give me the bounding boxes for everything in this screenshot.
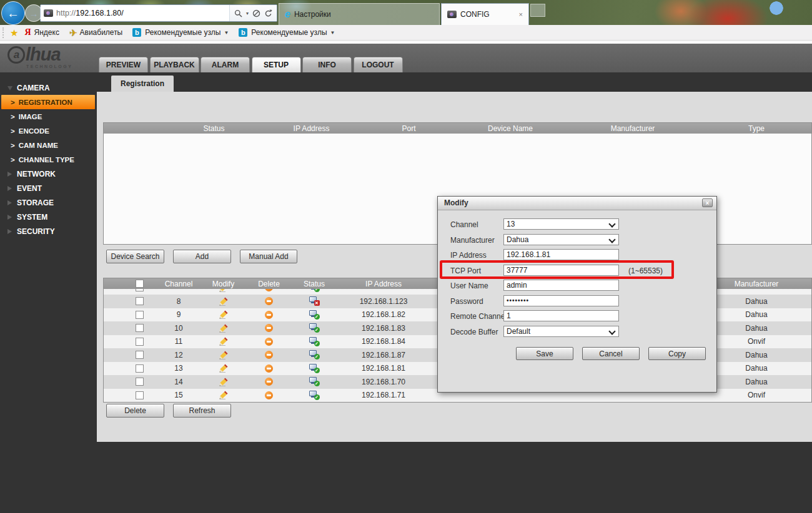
favorite-label: Авиабилеты xyxy=(80,28,123,37)
select-all-checkbox[interactable] xyxy=(136,280,144,288)
manufacturer-select[interactable]: Dahua xyxy=(503,234,619,245)
device-search-button[interactable]: Device Search xyxy=(106,250,164,263)
pencil-icon[interactable] xyxy=(219,324,228,333)
nav-tab-logout[interactable]: LOGOUT xyxy=(354,57,403,72)
pencil-icon[interactable] xyxy=(219,364,228,373)
sidebar-item-image[interactable]: >IMAGE xyxy=(1,109,95,124)
minus-circle-icon[interactable] xyxy=(265,324,273,332)
user-name-field[interactable]: admin xyxy=(503,280,619,291)
add-button[interactable]: Add xyxy=(173,250,231,263)
sidebar-item-channel-type[interactable]: >CHANNEL TYPE xyxy=(1,152,95,167)
minus-circle-icon[interactable] xyxy=(265,297,273,305)
favorite-авиабилеты[interactable]: ✈Авиабилеты xyxy=(69,28,122,37)
status-cell: ✓ xyxy=(292,391,337,400)
chevron-right-icon: > xyxy=(11,127,15,135)
copy-button[interactable]: Copy xyxy=(648,347,706,360)
sidebar-section-label: CAMERA xyxy=(17,84,50,92)
favorite-рекомендуемые-узлы[interactable]: bРекомендуемые узлы▼ xyxy=(132,28,229,37)
pencil-icon[interactable] xyxy=(219,378,228,386)
favorite-label: Рекомендуемые узлы xyxy=(145,28,220,37)
nav-tab-preview[interactable]: PREVIEW xyxy=(99,57,148,72)
browser-tab-label: Настройки xyxy=(294,10,331,19)
pencil-icon[interactable] xyxy=(219,351,228,359)
delete-button[interactable]: Delete xyxy=(106,404,164,418)
modify-cell xyxy=(201,351,246,359)
row-checkbox[interactable] xyxy=(136,338,144,346)
check-badge: ✓ xyxy=(314,327,320,333)
new-tab-button[interactable] xyxy=(530,4,545,17)
back-button[interactable]: ← xyxy=(1,1,25,25)
row-checkbox[interactable] xyxy=(136,297,144,305)
chevron-down-icon[interactable]: ▼ xyxy=(330,30,335,36)
minus-circle-icon[interactable] xyxy=(265,311,273,319)
pencil-icon[interactable] xyxy=(219,289,228,292)
minus-circle-icon[interactable] xyxy=(265,391,273,399)
triangle-right-icon xyxy=(7,200,12,205)
nav-tab-info[interactable]: INFO xyxy=(302,57,352,72)
row-checkbox[interactable] xyxy=(136,351,144,359)
minus-circle-icon[interactable] xyxy=(265,364,273,373)
row-checkbox[interactable] xyxy=(136,289,144,291)
check-badge: ✓ xyxy=(314,289,320,292)
search-icon[interactable] xyxy=(234,9,242,17)
search-dropdown-icon[interactable]: ▾ xyxy=(246,11,249,16)
channel-select[interactable]: 13 xyxy=(503,218,619,230)
status-cell: ✓ xyxy=(292,364,337,373)
address-bar-controls: ▾ xyxy=(229,5,277,21)
sidebar-section-label: SECURITY xyxy=(17,227,55,236)
stop-icon[interactable] xyxy=(252,9,260,17)
favorite-яндекс[interactable]: ЯЯндекс xyxy=(24,28,59,37)
browser-tab-настройки[interactable]: eНастройки xyxy=(279,3,440,25)
save-button[interactable]: Save xyxy=(516,347,573,360)
refresh-button[interactable]: Refresh xyxy=(173,404,231,418)
sidebar-item-cam-name[interactable]: >CAM NAME xyxy=(1,138,95,152)
ip-address-field[interactable]: 192.168.1.81 xyxy=(503,249,619,260)
minus-circle-icon[interactable] xyxy=(265,351,273,359)
close-icon[interactable]: × xyxy=(702,198,713,207)
minus-circle-icon[interactable] xyxy=(265,378,273,386)
tcp-port-field[interactable]: 37777 xyxy=(503,265,619,276)
decode-buffer-select[interactable]: Default xyxy=(503,326,619,337)
minus-circle-icon[interactable] xyxy=(265,338,273,346)
favorites-star-icon[interactable]: ★ xyxy=(10,28,18,37)
address-bar[interactable]: http://192.168.1.80/ ▾ xyxy=(40,4,277,22)
sidebar-item-encode[interactable]: >ENCODE xyxy=(1,124,95,138)
favorite-рекомендуемые-узлы[interactable]: bРекомендуемые узлы▼ xyxy=(239,28,335,37)
status-online-icon: ✓ xyxy=(309,289,320,292)
sidebar-section-system[interactable]: SYSTEM xyxy=(0,210,97,224)
row-checkbox[interactable] xyxy=(136,311,144,319)
row-checkbox[interactable] xyxy=(136,391,144,399)
row-checkbox[interactable] xyxy=(136,378,144,386)
modify-cell xyxy=(201,391,246,399)
forward-button[interactable]: → xyxy=(25,4,42,22)
sidebar-section-camera[interactable]: CAMERA xyxy=(0,81,97,95)
pencil-icon[interactable] xyxy=(219,310,228,319)
sidebar-item-label: CHANNEL TYPE xyxy=(19,156,74,164)
cancel-button[interactable]: Cancel xyxy=(582,347,640,360)
sidebar-section-event[interactable]: EVENT xyxy=(0,181,97,195)
pencil-icon[interactable] xyxy=(219,391,228,399)
password-field[interactable]: •••••••• xyxy=(503,295,619,306)
nav-tab-setup[interactable]: SETUP xyxy=(252,57,301,72)
device-col-manufacturer: Manufacturer xyxy=(719,280,794,288)
sidebar-section-security[interactable]: SECURITY xyxy=(0,224,97,238)
row-checkbox[interactable] xyxy=(136,364,144,373)
status-online-icon: ✓ xyxy=(309,323,320,333)
tab-close-icon[interactable]: × xyxy=(513,11,523,18)
manual-add-button[interactable]: Manual Add xyxy=(240,250,297,263)
remote-channel-field[interactable]: 1 xyxy=(503,310,619,321)
chevron-right-icon: > xyxy=(11,142,15,149)
row-checkbox[interactable] xyxy=(136,324,144,332)
chevron-down-icon[interactable]: ▼ xyxy=(224,30,229,36)
minus-circle-icon[interactable] xyxy=(265,289,273,291)
refresh-icon[interactable] xyxy=(264,9,272,17)
pencil-icon[interactable] xyxy=(219,297,228,306)
nav-tab-playback[interactable]: PLAYBACK xyxy=(150,57,199,72)
browser-tab-config[interactable]: CONFIG× xyxy=(441,3,529,25)
sidebar-section-storage[interactable]: STORAGE xyxy=(0,195,97,210)
nav-tab-alarm[interactable]: ALARM xyxy=(201,57,250,72)
sidebar-item-registration[interactable]: >REGISTRATION xyxy=(1,95,95,109)
sidebar-section-network[interactable]: NETWORK xyxy=(0,167,97,181)
tab-registration[interactable]: Registration xyxy=(111,76,174,92)
pencil-icon[interactable] xyxy=(219,337,228,346)
